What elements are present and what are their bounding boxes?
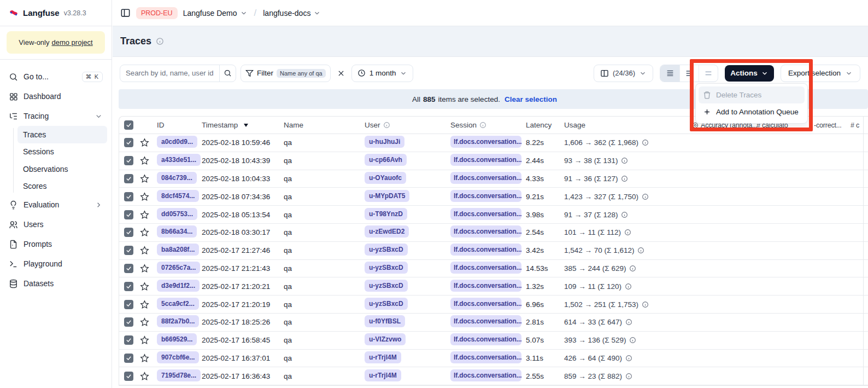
user-badge[interactable]: u-huJhuJi xyxy=(365,136,404,148)
session-badge[interactable]: lf.docs.conversation... xyxy=(450,172,521,184)
search-input[interactable] xyxy=(120,69,219,77)
table-row[interactable]: b669529... 2025-02-17 16:58:45 qa u-VIZz… xyxy=(119,332,868,350)
user-badge[interactable]: u-yzSBxcD xyxy=(365,280,408,292)
user-badge[interactable]: u-zEwdED2 xyxy=(365,225,409,238)
goto-search[interactable]: Go to... ⌘ K xyxy=(4,67,107,86)
columns-button[interactable]: (24/36) xyxy=(594,65,653,82)
row-height-small-button[interactable] xyxy=(660,65,679,82)
star-icon[interactable] xyxy=(140,282,157,291)
sidebar-item-sessions[interactable]: Sessions xyxy=(17,143,107,161)
sidebar-item-tracing[interactable]: Tracing xyxy=(4,106,107,126)
time-range-button[interactable]: 1 month xyxy=(351,65,414,82)
table-row[interactable]: 5cca9cf2... 2025-02-17 21:20:19 qa u-yzS… xyxy=(119,296,868,314)
session-badge[interactable]: lf.docs.conversation... xyxy=(450,244,521,256)
user-badge[interactable]: u-rTrjl4M xyxy=(365,351,401,363)
table-row[interactable]: dd05753... 2025-02-18 05:13:54 qa u-T98Y… xyxy=(119,206,868,224)
user-badge[interactable]: u-MYpDAT5 xyxy=(365,190,409,202)
row-checkbox[interactable] xyxy=(124,156,133,165)
session-badge[interactable]: lf.docs.conversation... xyxy=(450,298,521,310)
session-badge[interactable]: lf.docs.conversation... xyxy=(450,225,521,238)
sidebar-item-dashboard[interactable]: Dashboard xyxy=(4,86,107,106)
table-row[interactable]: 8dcf4574... 2025-02-18 07:34:36 qa u-MYp… xyxy=(119,188,868,206)
row-checkbox[interactable] xyxy=(124,138,133,147)
table-row[interactable]: 07265c7a... 2025-02-17 21:21:43 qa u-yzS… xyxy=(119,260,868,278)
row-checkbox[interactable] xyxy=(124,335,133,345)
session-badge[interactable]: lf.docs.conversation... xyxy=(450,315,521,327)
session-badge[interactable]: lf.docs.conversation... xyxy=(450,154,521,166)
info-icon[interactable] xyxy=(621,175,628,182)
info-icon[interactable] xyxy=(625,355,632,362)
table-row[interactable]: a433de51... 2025-02-18 10:43:39 qa u-cp6… xyxy=(119,152,868,170)
header-cell-correct-score[interactable]: -correct... xyxy=(814,117,842,134)
header-cell-c-score[interactable]: # c xyxy=(851,117,859,134)
trace-id-badge[interactable]: ba8a208f... xyxy=(157,244,199,256)
session-badge[interactable]: lf.docs.conversation... xyxy=(450,190,521,202)
user-badge[interactable]: u-yzSBxcD xyxy=(365,262,408,274)
info-icon[interactable] xyxy=(625,318,632,326)
menu-item-add-to-annotation-queue[interactable]: Add to Annotation Queue xyxy=(699,103,805,120)
row-checkbox[interactable] xyxy=(124,192,133,201)
info-icon[interactable] xyxy=(621,157,628,164)
info-icon[interactable] xyxy=(637,247,644,254)
trace-id-badge[interactable]: 7195d78e... xyxy=(157,369,201,381)
panel-toggle-icon[interactable] xyxy=(120,8,131,18)
user-badge[interactable]: u-OYauofc xyxy=(365,172,406,184)
star-icon[interactable] xyxy=(140,372,157,381)
row-checkbox[interactable] xyxy=(124,264,133,273)
filter-button[interactable]: Filter Name any of qa xyxy=(241,65,331,82)
session-badge[interactable]: lf.docs.conversation... xyxy=(450,280,521,292)
sidebar-item-datasets[interactable]: Datasets xyxy=(4,274,107,293)
header-cell-id[interactable]: ID xyxy=(157,121,202,129)
header-cell-usage[interactable]: Usage xyxy=(564,121,692,129)
clear-selection-link[interactable]: Clear selection xyxy=(505,95,557,103)
header-cell-timestamp[interactable]: Timestamp xyxy=(202,121,284,129)
trace-id-badge[interactable]: 88f2a7b0... xyxy=(157,315,199,327)
user-badge[interactable]: u-yzSBxcD xyxy=(365,298,408,310)
header-cell-user[interactable]: User xyxy=(365,121,450,129)
clear-filter-button[interactable] xyxy=(335,67,347,79)
header-cell-latency[interactable]: Latency xyxy=(526,121,564,129)
star-icon[interactable] xyxy=(140,174,157,183)
table-row[interactable]: 084c739... 2025-02-18 10:04:33 qa u-OYau… xyxy=(119,170,868,188)
table-row[interactable]: 7195d78e... 2025-02-17 16:36:43 qa u-rTr… xyxy=(119,367,868,385)
environment-badge[interactable]: PROD-EU xyxy=(136,7,178,19)
star-icon[interactable] xyxy=(140,246,157,255)
demo-project-link[interactable]: demo project xyxy=(51,38,92,47)
select-all-checkbox[interactable] xyxy=(124,120,133,130)
row-checkbox[interactable] xyxy=(124,210,133,219)
row-checkbox[interactable] xyxy=(124,246,133,255)
actions-button[interactable]: Actions xyxy=(725,65,774,82)
info-icon[interactable] xyxy=(625,283,632,290)
search-icon[interactable] xyxy=(220,69,236,77)
sidebar-item-users[interactable]: Users xyxy=(4,215,107,234)
table-row[interactable]: 88f2a7b0... 2025-02-17 18:25:26 qa u-f0Y… xyxy=(119,314,868,332)
trace-id-badge[interactable]: 5cca9cf2... xyxy=(157,298,199,310)
export-selection-button[interactable]: Export selection xyxy=(781,65,860,82)
session-badge[interactable]: lf.docs.conversation... xyxy=(450,208,521,220)
table-row[interactable]: ba8a208f... 2025-02-17 21:27:46 qa u-yzS… xyxy=(119,242,868,260)
star-icon[interactable] xyxy=(140,228,157,237)
org-selector[interactable]: Langfuse Demo xyxy=(183,9,248,18)
row-height-medium-button[interactable] xyxy=(679,65,699,82)
trace-id-badge[interactable]: dd05753... xyxy=(157,208,197,220)
star-icon[interactable] xyxy=(140,300,157,309)
trace-id-badge[interactable]: 07265c7a... xyxy=(157,262,200,274)
row-height-large-button[interactable] xyxy=(699,65,718,82)
trace-id-badge[interactable]: 8dcf4574... xyxy=(157,190,199,202)
table-row[interactable]: 8b66a34... 2025-02-18 03:30:17 qa u-zEwd… xyxy=(119,224,868,242)
menu-item-delete-traces[interactable]: Delete Traces xyxy=(699,86,805,103)
sidebar-item-scores[interactable]: Scores xyxy=(17,178,107,195)
user-badge[interactable]: u-f0YfBSL xyxy=(365,315,405,327)
star-icon[interactable] xyxy=(140,192,157,201)
trace-id-badge[interactable]: 8b66a34... xyxy=(157,225,197,238)
header-cell-name[interactable]: Name xyxy=(284,121,365,129)
star-icon[interactable] xyxy=(140,317,157,327)
table-row[interactable]: a0cd0d9... 2025-02-18 10:59:46 qa u-huJh… xyxy=(119,134,868,152)
trace-id-badge[interactable]: b669529... xyxy=(157,333,197,345)
sidebar-item-observations[interactable]: Observations xyxy=(17,160,107,178)
table-row[interactable]: d3e9d1f2... 2025-02-17 21:20:21 qa u-yzS… xyxy=(119,277,868,296)
user-badge[interactable]: u-yzSBxcD xyxy=(365,244,408,256)
row-checkbox[interactable] xyxy=(124,317,133,327)
session-badge[interactable]: lf.docs.conversation... xyxy=(450,262,521,274)
star-icon[interactable] xyxy=(140,335,157,345)
